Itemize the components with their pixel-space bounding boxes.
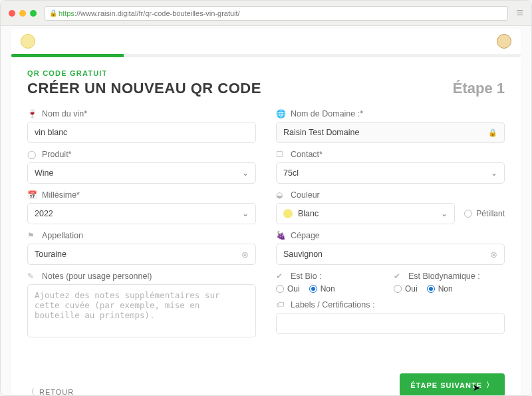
produit-select[interactable]: Wine ⌄: [27, 162, 256, 184]
labels-label: Labels / Certifications :: [291, 300, 374, 309]
minimize-window-button[interactable]: [19, 10, 26, 17]
produit-label: Produit*: [42, 150, 71, 159]
labels-input[interactable]: [276, 313, 505, 334]
grape-icon: 🍇: [276, 232, 285, 240]
bio-label: Est Bio :: [291, 272, 322, 281]
product-icon: ◯: [27, 150, 37, 158]
bio-oui-radio[interactable]: Oui: [276, 284, 300, 294]
app-logo: [21, 34, 35, 49]
step-indicator: Étape 1: [453, 80, 505, 97]
next-step-button[interactable]: ÉTAPE SUIVANTE 〉 ➤: [400, 373, 505, 395]
chevron-down-icon: ⌄: [242, 209, 249, 218]
lock-icon: 🔒: [488, 128, 497, 137]
contact-icon: ☐: [276, 150, 285, 158]
chevron-down-icon: ⌄: [491, 168, 497, 178]
appellation-label: Appellation: [42, 231, 83, 240]
browser-chrome: 🔒 https://https://www.raisin.digital/fr/…: [1, 1, 531, 26]
radio-icon: [464, 210, 472, 218]
user-avatar[interactable]: [497, 34, 511, 49]
chevron-down-icon: ⌄: [242, 168, 249, 178]
biodyn-label: Est Biodynamique :: [408, 272, 480, 281]
check-icon: ✔: [394, 272, 403, 280]
traffic-lights: [9, 10, 37, 17]
check-icon: ✔: [276, 272, 285, 280]
couleur-label: Couleur: [291, 190, 320, 200]
app-card: QR CODE GRATUIT CRÉER UN NOUVEAU QR CODE…: [11, 29, 521, 395]
color-swatch: [283, 209, 293, 218]
wine-glass-icon: 🍷: [27, 110, 37, 118]
note-icon: ✎: [27, 272, 37, 280]
url-bar[interactable]: 🔒 https://https://www.raisin.digital/fr/…: [45, 6, 508, 21]
eyebrow: QR CODE GRATUIT: [27, 69, 505, 77]
calendar-icon: 📅: [27, 191, 37, 199]
cepage-label: Cépage: [291, 231, 320, 240]
petillant-radio[interactable]: Pétillant: [464, 209, 505, 218]
cepage-input[interactable]: Sauvignon ⊗: [276, 244, 505, 265]
back-button[interactable]: 〈 RETOUR: [27, 387, 74, 395]
millesime-label: Millésime*: [42, 190, 80, 200]
close-window-button[interactable]: [9, 10, 15, 17]
nom-vin-label: Nom du vin*: [42, 109, 87, 118]
millesime-select[interactable]: 2022 ⌄: [27, 203, 256, 224]
biodyn-non-radio[interactable]: Non: [427, 284, 453, 294]
app-topbar: [11, 29, 521, 54]
bio-non-radio[interactable]: Non: [309, 284, 335, 294]
flag-icon: ⚑: [27, 232, 37, 240]
chevron-right-icon: 〉: [486, 380, 494, 390]
browser-window: 🔒 https://https://www.raisin.digital/fr/…: [0, 0, 532, 396]
domaine-input: Raisin Test Domaine 🔒: [276, 122, 505, 143]
domaine-label: Nom de Domaine :*: [291, 109, 363, 118]
biodyn-oui-radio[interactable]: Oui: [394, 284, 418, 294]
chevron-left-icon: 〈: [27, 387, 35, 395]
chevron-down-icon: ⌄: [441, 209, 448, 218]
appellation-input[interactable]: Touraine ⊗: [27, 244, 256, 265]
tag-icon: 🏷: [276, 301, 285, 309]
contact-label: Contact*: [291, 150, 323, 159]
notes-label: Notes (pour usage personnel): [42, 272, 152, 281]
maximize-window-button[interactable]: [30, 10, 37, 17]
page-title: CRÉER UN NOUVEAU QR CODE: [27, 80, 261, 97]
couleur-select[interactable]: Blanc ⌄: [276, 203, 455, 224]
color-icon: ◒: [276, 191, 285, 199]
clear-icon[interactable]: ⊗: [490, 250, 497, 260]
notes-textarea[interactable]: [27, 284, 256, 337]
nom-vin-input[interactable]: [27, 122, 256, 143]
globe-icon: 🌐: [276, 110, 285, 118]
contact-select[interactable]: 75cl ⌄: [276, 162, 505, 184]
cursor-icon: ➤: [473, 383, 481, 393]
menu-icon[interactable]: ≡: [516, 6, 523, 20]
clear-icon[interactable]: ⊗: [241, 250, 249, 260]
lock-icon: 🔒: [49, 9, 57, 17]
